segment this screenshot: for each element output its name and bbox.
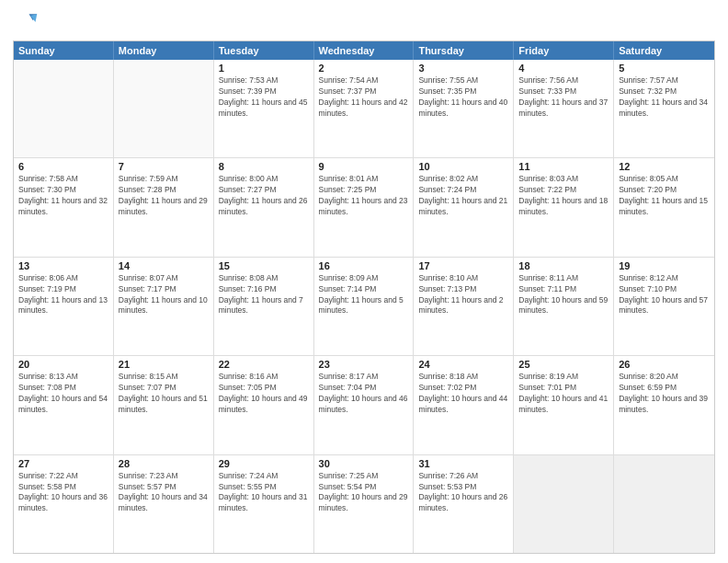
calendar-cell: 11Sunrise: 8:03 AM Sunset: 7:22 PM Dayli… (514, 158, 614, 256)
day-info: Sunrise: 8:12 AM Sunset: 7:10 PM Dayligh… (619, 273, 710, 317)
calendar-cell: 9Sunrise: 8:01 AM Sunset: 7:25 PM Daylig… (314, 158, 415, 256)
calendar-cell: 18Sunrise: 8:11 AM Sunset: 7:11 PM Dayli… (514, 258, 614, 355)
day-number: 29 (219, 458, 309, 469)
calendar-cell: 24Sunrise: 8:18 AM Sunset: 7:02 PM Dayli… (414, 356, 514, 454)
day-number: 14 (119, 260, 209, 271)
day-number: 6 (18, 161, 108, 172)
calendar-row-3: 20Sunrise: 8:13 AM Sunset: 7:08 PM Dayli… (14, 355, 714, 454)
calendar-cell: 14Sunrise: 8:07 AM Sunset: 7:17 PM Dayli… (114, 258, 214, 355)
day-info: Sunrise: 8:10 AM Sunset: 7:13 PM Dayligh… (418, 273, 508, 317)
calendar-cell: 30Sunrise: 7:25 AM Sunset: 5:54 PM Dayli… (314, 455, 415, 553)
day-info: Sunrise: 7:24 AM Sunset: 5:55 PM Dayligh… (219, 471, 309, 515)
calendar-cell: 6Sunrise: 7:58 AM Sunset: 7:30 PM Daylig… (14, 158, 114, 256)
calendar-cell: 31Sunrise: 7:26 AM Sunset: 5:53 PM Dayli… (414, 455, 514, 553)
day-info: Sunrise: 8:08 AM Sunset: 7:16 PM Dayligh… (219, 273, 309, 317)
calendar-cell: 16Sunrise: 8:09 AM Sunset: 7:14 PM Dayli… (314, 258, 415, 355)
day-of-week-wednesday: Wednesday (314, 41, 415, 60)
day-info: Sunrise: 8:17 AM Sunset: 7:04 PM Dayligh… (319, 372, 409, 416)
day-number: 24 (418, 359, 508, 370)
calendar-cell: 12Sunrise: 8:05 AM Sunset: 7:20 PM Dayli… (614, 158, 714, 256)
day-number: 12 (619, 161, 710, 172)
calendar-cell (514, 455, 614, 553)
day-number: 23 (319, 359, 409, 370)
day-info: Sunrise: 8:05 AM Sunset: 7:20 PM Dayligh… (619, 174, 710, 218)
day-number: 21 (119, 359, 209, 370)
calendar-cell: 26Sunrise: 8:20 AM Sunset: 6:59 PM Dayli… (614, 356, 714, 454)
calendar-cell: 21Sunrise: 8:15 AM Sunset: 7:07 PM Dayli… (114, 356, 214, 454)
day-info: Sunrise: 7:56 AM Sunset: 7:33 PM Dayligh… (518, 75, 609, 120)
calendar-cell: 20Sunrise: 8:13 AM Sunset: 7:08 PM Dayli… (14, 356, 114, 454)
logo-icon (13, 9, 39, 35)
day-info: Sunrise: 8:11 AM Sunset: 7:11 PM Dayligh… (518, 273, 609, 317)
day-info: Sunrise: 7:58 AM Sunset: 7:30 PM Dayligh… (18, 174, 108, 218)
day-number: 4 (518, 63, 609, 74)
day-number: 18 (518, 260, 609, 271)
calendar-cell: 4Sunrise: 7:56 AM Sunset: 7:33 PM Daylig… (514, 60, 614, 157)
day-info: Sunrise: 7:25 AM Sunset: 5:54 PM Dayligh… (319, 471, 409, 515)
day-info: Sunrise: 8:01 AM Sunset: 7:25 PM Dayligh… (319, 174, 409, 218)
day-number: 25 (518, 359, 609, 370)
calendar-cell: 25Sunrise: 8:19 AM Sunset: 7:01 PM Dayli… (514, 356, 614, 454)
day-number: 8 (219, 161, 309, 172)
calendar-cell: 3Sunrise: 7:55 AM Sunset: 7:35 PM Daylig… (414, 60, 514, 157)
day-info: Sunrise: 7:53 AM Sunset: 7:39 PM Dayligh… (219, 75, 309, 120)
day-of-week-sunday: Sunday (14, 41, 114, 60)
day-of-week-thursday: Thursday (414, 41, 514, 60)
day-number: 7 (119, 161, 209, 172)
day-number: 17 (418, 260, 508, 271)
calendar-cell: 5Sunrise: 7:57 AM Sunset: 7:32 PM Daylig… (614, 60, 714, 157)
day-number: 27 (18, 458, 108, 469)
logo (13, 9, 42, 35)
day-info: Sunrise: 7:23 AM Sunset: 5:57 PM Dayligh… (119, 471, 209, 515)
calendar-cell: 22Sunrise: 8:16 AM Sunset: 7:05 PM Dayli… (214, 356, 314, 454)
day-number: 22 (219, 359, 309, 370)
day-info: Sunrise: 7:26 AM Sunset: 5:53 PM Dayligh… (418, 471, 508, 515)
day-info: Sunrise: 8:00 AM Sunset: 7:27 PM Dayligh… (219, 174, 309, 218)
calendar-cell: 10Sunrise: 8:02 AM Sunset: 7:24 PM Dayli… (414, 158, 514, 256)
calendar-cell: 2Sunrise: 7:54 AM Sunset: 7:37 PM Daylig… (314, 60, 415, 157)
day-of-week-saturday: Saturday (614, 41, 714, 60)
day-of-week-monday: Monday (114, 41, 214, 60)
day-number: 15 (219, 260, 309, 271)
day-number: 9 (319, 161, 409, 172)
calendar-cell (614, 455, 714, 553)
calendar-row-2: 13Sunrise: 8:06 AM Sunset: 7:19 PM Dayli… (14, 257, 714, 355)
day-number: 30 (319, 458, 409, 469)
day-number: 31 (418, 458, 508, 469)
calendar: SundayMondayTuesdayWednesdayThursdayFrid… (13, 40, 715, 554)
day-info: Sunrise: 7:22 AM Sunset: 5:58 PM Dayligh… (18, 471, 108, 515)
day-number: 20 (18, 359, 108, 370)
calendar-cell: 8Sunrise: 8:00 AM Sunset: 7:27 PM Daylig… (214, 158, 314, 256)
day-info: Sunrise: 8:02 AM Sunset: 7:24 PM Dayligh… (418, 174, 508, 218)
calendar-cell: 1Sunrise: 7:53 AM Sunset: 7:39 PM Daylig… (214, 60, 314, 157)
day-info: Sunrise: 8:19 AM Sunset: 7:01 PM Dayligh… (518, 372, 609, 416)
day-info: Sunrise: 7:55 AM Sunset: 7:35 PM Dayligh… (418, 75, 508, 120)
day-of-week-tuesday: Tuesday (214, 41, 314, 60)
day-info: Sunrise: 7:59 AM Sunset: 7:28 PM Dayligh… (119, 174, 209, 218)
calendar-cell: 15Sunrise: 8:08 AM Sunset: 7:16 PM Dayli… (214, 258, 314, 355)
day-info: Sunrise: 7:57 AM Sunset: 7:32 PM Dayligh… (619, 75, 710, 120)
calendar-cell: 23Sunrise: 8:17 AM Sunset: 7:04 PM Dayli… (314, 356, 415, 454)
calendar-cell: 17Sunrise: 8:10 AM Sunset: 7:13 PM Dayli… (414, 258, 514, 355)
page-container: SundayMondayTuesdayWednesdayThursdayFrid… (0, 0, 728, 563)
day-number: 28 (119, 458, 209, 469)
day-number: 13 (18, 260, 108, 271)
day-number: 2 (319, 63, 409, 74)
page-header (13, 9, 715, 35)
day-info: Sunrise: 8:13 AM Sunset: 7:08 PM Dayligh… (18, 372, 108, 416)
calendar-row-0: 1Sunrise: 7:53 AM Sunset: 7:39 PM Daylig… (14, 60, 714, 157)
calendar-cell: 7Sunrise: 7:59 AM Sunset: 7:28 PM Daylig… (114, 158, 214, 256)
calendar-body: 1Sunrise: 7:53 AM Sunset: 7:39 PM Daylig… (14, 60, 714, 553)
day-info: Sunrise: 8:16 AM Sunset: 7:05 PM Dayligh… (219, 372, 309, 416)
day-info: Sunrise: 8:03 AM Sunset: 7:22 PM Dayligh… (518, 174, 609, 218)
day-info: Sunrise: 8:06 AM Sunset: 7:19 PM Dayligh… (18, 273, 108, 317)
calendar-row-1: 6Sunrise: 7:58 AM Sunset: 7:30 PM Daylig… (14, 157, 714, 256)
day-number: 19 (619, 260, 710, 271)
day-number: 26 (619, 359, 710, 370)
calendar-cell: 28Sunrise: 7:23 AM Sunset: 5:57 PM Dayli… (114, 455, 214, 553)
day-number: 10 (418, 161, 508, 172)
calendar-cell: 27Sunrise: 7:22 AM Sunset: 5:58 PM Dayli… (14, 455, 114, 553)
day-info: Sunrise: 8:20 AM Sunset: 6:59 PM Dayligh… (619, 372, 710, 416)
day-info: Sunrise: 8:09 AM Sunset: 7:14 PM Dayligh… (319, 273, 409, 317)
day-number: 1 (219, 63, 309, 74)
